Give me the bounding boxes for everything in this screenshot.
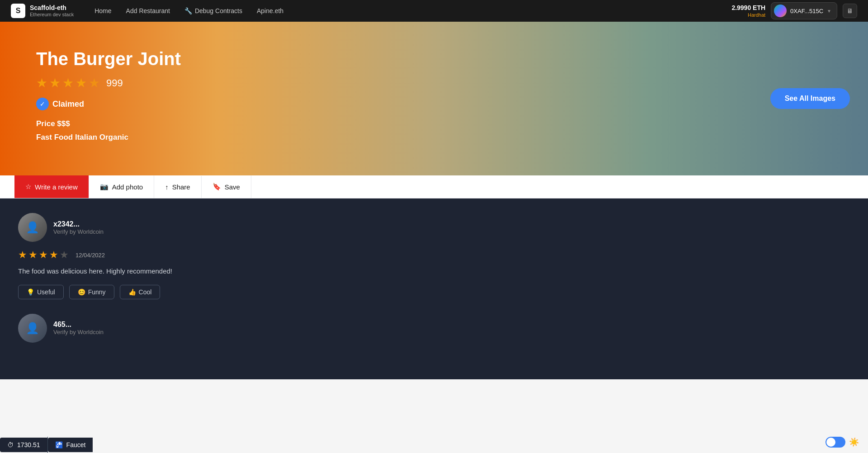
star-3: ★ <box>62 76 74 90</box>
check-icon: ✓ <box>36 98 49 110</box>
chevron-down-icon: ▼ <box>827 9 831 14</box>
wallet-address: 0XAF...515C <box>790 8 823 14</box>
star-1: ★ <box>36 76 47 90</box>
avatar-image: 👤 <box>18 213 47 242</box>
review-star-1: ★ <box>18 249 27 261</box>
nav-home[interactable]: Home <box>88 5 118 17</box>
eth-amount: 2.9990 ETH <box>731 4 765 12</box>
share-icon: ↑ <box>165 183 169 191</box>
restaurant-name: The Burger Joint <box>36 49 832 69</box>
bookmark-icon: 🔖 <box>212 183 221 191</box>
review-star-5: ★ <box>60 249 69 261</box>
review-star-3: ★ <box>39 249 48 261</box>
navbar: S Scaffold-eth Ethereum dev stack Home A… <box>0 0 868 22</box>
useful-button[interactable]: 💡 Useful <box>18 285 64 299</box>
reviews-section: 👤 x2342... Verify by Worldcoin ★ ★ ★ ★ ★… <box>0 198 868 379</box>
wallet-button[interactable]: 0XAF...515C ▼ <box>771 2 837 19</box>
categories-label: Fast Food Italian Organic <box>36 133 832 142</box>
smile-icon: 😊 <box>78 288 85 296</box>
monitor-icon: 🖥 <box>847 7 853 14</box>
reviewer-verify-2: Verify by Worldcoin <box>53 329 104 335</box>
claimed-badge: ✓ Claimed <box>36 98 832 110</box>
camera-icon: 📷 <box>100 183 108 191</box>
reviewer-name-2: 465... <box>53 321 104 329</box>
see-all-images-button[interactable]: See All Images <box>770 88 850 109</box>
share-button[interactable]: ↑ Share <box>154 176 202 198</box>
review-star-4: ★ <box>49 249 58 261</box>
brand[interactable]: S Scaffold-eth Ethereum dev stack <box>11 4 74 18</box>
brand-icon: S <box>11 4 25 18</box>
hero-rating: ★ ★ ★ ★ ★ 999 <box>36 76 832 90</box>
reviewer-name: x2342... <box>53 220 104 228</box>
settings-icon-button[interactable]: 🖥 <box>843 4 857 18</box>
hero-section: The Burger Joint ★ ★ ★ ★ ★ 999 ✓ Claimed… <box>0 22 868 175</box>
debug-icon: 🔧 <box>184 7 192 14</box>
star-4: ★ <box>75 76 87 90</box>
price-label: Price $$$ <box>36 119 832 128</box>
review-card-2: 👤 465... Verify by Worldcoin <box>18 314 850 343</box>
review-rating: ★ ★ ★ ★ ★ 12/04/2022 <box>18 249 850 261</box>
hero-content: The Burger Joint ★ ★ ★ ★ ★ 999 ✓ Claimed… <box>36 49 832 142</box>
brand-text: Scaffold-eth Ethereum dev stack <box>30 4 74 18</box>
rating-count: 999 <box>106 77 123 89</box>
save-button[interactable]: 🔖 Save <box>202 175 251 198</box>
star-icon: ☆ <box>25 183 31 191</box>
reviewer-header: 👤 x2342... Verify by Worldcoin <box>18 213 850 242</box>
star-5: ★ <box>89 76 100 90</box>
review-star-2: ★ <box>28 249 38 261</box>
write-review-button[interactable]: ☆ Write a review <box>14 175 89 198</box>
reviewer-avatar: 👤 <box>18 213 47 242</box>
eth-balance-display: 2.9990 ETH Hardhat <box>731 4 765 18</box>
reviewer-header-2: 👤 465... Verify by Worldcoin <box>18 314 850 343</box>
star-2: ★ <box>49 76 61 90</box>
nav-debug-contracts[interactable]: 🔧 Debug Contracts <box>178 5 249 17</box>
thumbsup-icon: 👍 <box>128 288 136 296</box>
eth-network: Hardhat <box>731 12 765 18</box>
reviewer-info-2: 465... Verify by Worldcoin <box>53 321 104 335</box>
brand-title: Scaffold-eth <box>30 4 74 12</box>
brand-subtitle: Ethereum dev stack <box>30 12 74 18</box>
claimed-label: Claimed <box>52 99 84 109</box>
reviewer-info: x2342... Verify by Worldcoin <box>53 220 104 235</box>
add-photo-button[interactable]: 📷 Add photo <box>89 175 154 198</box>
lightbulb-icon: 💡 <box>27 288 34 296</box>
funny-button[interactable]: 😊 Funny <box>69 285 114 299</box>
nav-add-restaurant[interactable]: Add Restaurant <box>120 5 176 17</box>
avatar-image-2: 👤 <box>18 314 47 343</box>
review-text: The food was delicious here. Highly reco… <box>18 266 850 277</box>
review-date: 12/04/2022 <box>75 252 105 259</box>
reviewer-avatar-2: 👤 <box>18 314 47 343</box>
review-card: 👤 x2342... Verify by Worldcoin ★ ★ ★ ★ ★… <box>18 213 850 299</box>
action-bar: ☆ Write a review 📷 Add photo ↑ Share 🔖 S… <box>0 175 868 198</box>
review-actions: 💡 Useful 😊 Funny 👍 Cool <box>18 285 850 299</box>
reviewer-verify: Verify by Worldcoin <box>53 228 104 235</box>
nav-links: Home Add Restaurant 🔧 Debug Contracts Ap… <box>88 5 731 17</box>
cool-button[interactable]: 👍 Cool <box>120 285 160 299</box>
nav-apine-eth[interactable]: Apine.eth <box>250 5 290 17</box>
wallet-avatar-icon <box>774 5 787 17</box>
navbar-right: 2.9990 ETH Hardhat 0XAF...515C ▼ 🖥 <box>731 2 857 19</box>
